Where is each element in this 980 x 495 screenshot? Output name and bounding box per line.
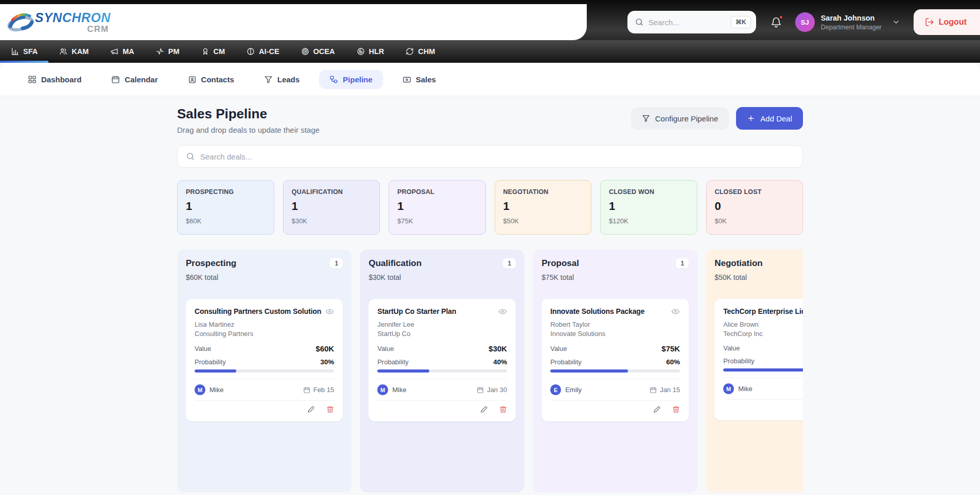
tab-label: HLR bbox=[369, 47, 384, 56]
probability-bar-fill bbox=[195, 369, 236, 373]
tab-label: PM bbox=[168, 47, 180, 56]
deal-company: StartUp Co bbox=[377, 330, 507, 338]
deal-card[interactable]: StartUp Co Starter Plan Jennifer Lee Sta… bbox=[369, 299, 516, 421]
search-icon bbox=[186, 152, 195, 161]
column-qualification: Qualification 1 $30K total StartUp Co St… bbox=[360, 250, 524, 492]
column-total: $75K total bbox=[541, 273, 689, 281]
tab-ai-ce[interactable]: AI-CE bbox=[236, 40, 290, 63]
subnav-pipeline[interactable]: Pipeline bbox=[319, 70, 383, 89]
deal-card[interactable]: Consulting Partners Custom Solution Lisa… bbox=[186, 299, 343, 421]
tab-chm[interactable]: CHM bbox=[395, 40, 446, 63]
probability-bar-fill bbox=[723, 368, 803, 372]
notification-dot bbox=[779, 15, 783, 20]
subnav-sales[interactable]: Sales bbox=[392, 70, 446, 89]
global-search-input[interactable] bbox=[649, 18, 721, 27]
spiral-target-icon bbox=[357, 47, 365, 56]
page-subtitle: Drag and drop deals to update their stag… bbox=[177, 126, 320, 134]
tab-sfa[interactable]: SFA bbox=[0, 40, 48, 63]
app-header: SYNCHRON CRM ⌘K SJ Sarah Johnson Departm… bbox=[0, 0, 980, 63]
logout-button[interactable]: Logout bbox=[914, 9, 980, 35]
pipeline-page: Sales Pipeline Drag and drop deals to up… bbox=[177, 106, 803, 492]
tab-label: AI-CE bbox=[259, 47, 279, 56]
probability-bar bbox=[195, 369, 334, 373]
tab-hlr[interactable]: HLR bbox=[346, 40, 395, 63]
subnav-label: Calendar bbox=[125, 75, 157, 84]
deal-company: Innovate Solutions bbox=[550, 330, 680, 338]
deal-date: Jan 15 bbox=[660, 386, 680, 394]
subnav-leads[interactable]: Leads bbox=[254, 70, 310, 89]
subnav-calendar[interactable]: Calendar bbox=[101, 70, 168, 89]
deal-probability: 60% bbox=[666, 358, 680, 366]
view-deal-icon[interactable] bbox=[325, 307, 334, 316]
circle-line-icon bbox=[247, 47, 255, 56]
subnav-contacts[interactable]: Contacts bbox=[178, 70, 244, 89]
column-count-badge: 1 bbox=[330, 258, 343, 269]
stage-total: $75K bbox=[397, 217, 477, 225]
deal-title: Consulting Partners Custom Solution bbox=[195, 307, 321, 315]
delete-deal-icon[interactable] bbox=[326, 405, 334, 413]
notifications-bell[interactable] bbox=[771, 16, 782, 28]
stage-name: NEGOTIATION bbox=[503, 188, 583, 196]
tab-pm[interactable]: PM bbox=[145, 40, 190, 63]
subnav-dashboard[interactable]: Dashboard bbox=[18, 70, 92, 89]
tab-ma[interactable]: MA bbox=[99, 40, 145, 63]
add-deal-button[interactable]: Add Deal bbox=[736, 107, 803, 130]
edit-deal-icon[interactable] bbox=[480, 405, 488, 413]
logout-label: Logout bbox=[939, 17, 967, 27]
user-name: Sarah Johnson bbox=[821, 14, 882, 22]
stage-card-closed-won[interactable]: CLOSED WON 1 $120K bbox=[600, 180, 697, 235]
funnel-icon bbox=[264, 75, 273, 84]
user-meta: Sarah Johnson Department Manager bbox=[821, 14, 882, 31]
subnav-label: Leads bbox=[277, 75, 300, 84]
probability-bar bbox=[377, 369, 507, 373]
probability-label: Probability bbox=[550, 358, 582, 366]
deal-company: TechCorp Inc bbox=[723, 330, 803, 338]
stage-total: $50K bbox=[503, 217, 583, 225]
target-icon bbox=[301, 47, 309, 56]
user-avatar[interactable]: SJ bbox=[795, 12, 815, 32]
column-name: Negotiation bbox=[714, 258, 763, 269]
column-proposal: Proposal 1 $75K total Innovate Solutions… bbox=[533, 250, 697, 492]
deal-contact: Jennifer Lee bbox=[377, 321, 507, 328]
delete-deal-icon[interactable] bbox=[499, 405, 507, 413]
add-deal-label: Add Deal bbox=[760, 114, 792, 123]
edit-deal-icon[interactable] bbox=[653, 405, 661, 413]
owner-name: Mike bbox=[392, 386, 406, 394]
column-negotiation: Negotiation $50K total TechCorp Enterpri… bbox=[706, 250, 803, 492]
deal-card[interactable]: TechCorp Enterprise License Alice Brown … bbox=[714, 299, 803, 420]
view-deal-icon[interactable] bbox=[671, 307, 680, 316]
search-shortcut-badge: ⌘K bbox=[731, 16, 751, 28]
header-actions: ⌘K SJ Sarah Johnson Department Manager L… bbox=[627, 4, 980, 40]
tab-kam[interactable]: KAM bbox=[48, 40, 99, 63]
page-title: Sales Pipeline bbox=[177, 106, 320, 122]
stage-card-closed-lost[interactable]: CLOSED LOST 0 $0K bbox=[706, 180, 803, 235]
deal-search-input[interactable] bbox=[200, 152, 794, 161]
stage-card-prospecting[interactable]: PROSPECTING 1 $60K bbox=[177, 180, 274, 235]
logo-title: SYNCHRON bbox=[35, 10, 111, 25]
stage-card-proposal[interactable]: PROPOSAL 1 $75K bbox=[389, 180, 486, 235]
calendar-icon bbox=[477, 386, 484, 394]
deal-search[interactable] bbox=[177, 145, 803, 168]
chevron-down-icon[interactable] bbox=[892, 18, 900, 26]
view-deal-icon[interactable] bbox=[498, 307, 507, 316]
global-search[interactable]: ⌘K bbox=[627, 11, 756, 33]
stage-card-qualification[interactable]: QUALIFICATION 1 $30K bbox=[283, 180, 380, 235]
owner-name: Mike bbox=[209, 386, 223, 394]
stage-card-negotiation[interactable]: NEGOTIATION 1 $50K bbox=[495, 180, 592, 235]
owner-avatar: E bbox=[550, 384, 561, 395]
deal-title: TechCorp Enterprise License bbox=[723, 307, 803, 315]
tab-label: CHM bbox=[418, 47, 435, 56]
value-label: Value bbox=[723, 344, 740, 352]
configure-pipeline-button[interactable]: Configure Pipeline bbox=[631, 107, 729, 130]
deal-value: $30K bbox=[488, 344, 507, 353]
column-total: $30K total bbox=[369, 273, 516, 281]
app-logo[interactable]: SYNCHRON CRM bbox=[5, 9, 111, 36]
tab-ocea[interactable]: OCEA bbox=[290, 40, 346, 63]
plus-icon bbox=[747, 114, 755, 122]
tab-cm[interactable]: CM bbox=[190, 40, 236, 63]
edit-deal-icon[interactable] bbox=[307, 405, 315, 413]
deal-card[interactable]: Innovate Solutions Package Robert Taylor… bbox=[541, 299, 689, 421]
stage-name: PROSPECTING bbox=[186, 188, 266, 196]
delete-deal-icon[interactable] bbox=[672, 405, 680, 413]
filter-funnel-icon bbox=[642, 114, 650, 122]
